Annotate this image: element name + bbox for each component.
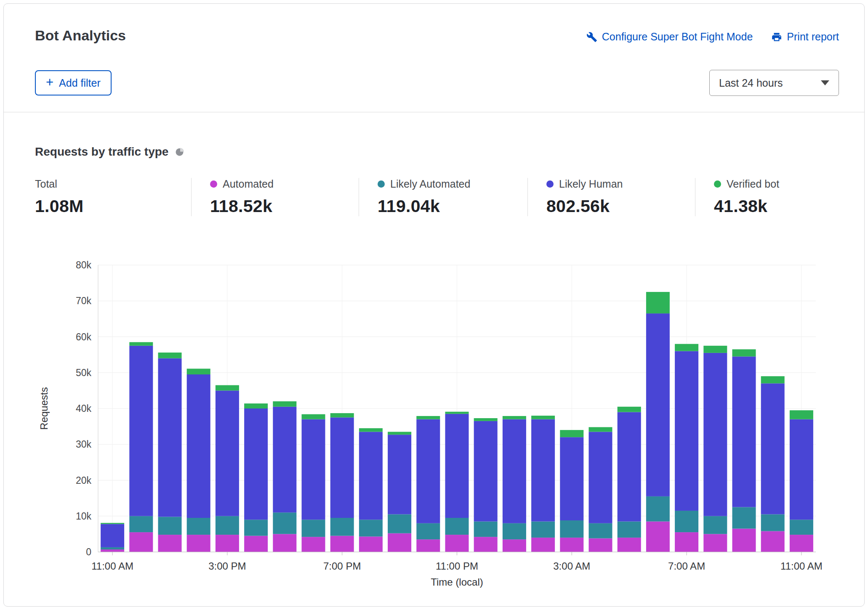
x-tick-label: 11:00 AM [780,560,823,572]
stat-automated-value: 118.52k [210,196,350,216]
configure-super-bot-fight-mode-link[interactable]: Configure Super Bot Fight Mode [586,31,753,43]
stat-automated-label: Automated [223,178,274,190]
bar-segment-automated [101,549,124,552]
bar-segment-automated [790,535,813,552]
bar-segment-automated [474,537,498,552]
print-report-link[interactable]: Print report [771,31,839,43]
x-tick-label: 7:00 PM [323,560,361,572]
stat-verified-bot: Verified bot 41.38k [695,178,788,216]
bar-segment-automated [761,531,785,552]
pie-chart-icon [175,147,185,157]
bar-segment-likely-automated [273,512,296,534]
bar-segment-likely-human [330,417,354,518]
bar-segment-likely-human [359,432,383,520]
bar-segment-verified-bot [273,401,296,407]
section-title: Requests by traffic type [35,145,168,159]
x-tick-label: 3:00 PM [208,560,246,572]
bar-segment-likely-human [703,353,727,516]
bar-segment-automated [302,537,325,552]
bar-segment-automated [646,522,670,552]
bar-segment-verified-bot [101,523,124,524]
bar-segment-likely-automated [187,518,210,535]
bar-segment-automated [359,536,383,552]
bar-segment-likely-human [101,524,124,547]
stat-verified-bot-label: Verified bot [727,178,779,190]
bar-segment-likely-human [416,419,440,523]
y-tick-label: 30k [76,439,92,450]
x-axis-title: Time (local) [431,576,483,588]
bar-segment-likely-human [503,419,526,523]
bar-segment-verified-bot [129,342,153,346]
bar-segment-likely-automated [474,522,498,537]
bar-segment-verified-bot [646,292,670,313]
x-tick-label: 3:00 AM [553,560,590,572]
bar-segment-verified-bot [531,416,555,419]
bar-segment-verified-bot [790,410,813,419]
time-range-select[interactable]: Last 24 hours [709,70,839,96]
bar-segment-likely-automated [790,520,813,535]
bar-segment-likely-human [732,356,756,507]
printer-icon [771,32,782,42]
bar-segment-automated [703,534,727,552]
bar-segment-automated [129,532,153,552]
y-tick-label: 10k [76,511,92,522]
bar-segment-likely-human [589,432,612,523]
x-tick-label: 7:00 AM [668,560,705,572]
stat-likely-human-value: 802.56k [546,196,687,216]
bar-segment-verified-bot [445,412,469,414]
bar-segment-likely-automated [618,522,641,538]
x-tick-label: 11:00 AM [91,560,133,572]
bar-segment-likely-automated [732,507,756,528]
bar-segment-automated [273,534,296,552]
y-tick-label: 50k [76,367,92,378]
stat-likely-automated-label: Likely Automated [390,178,470,190]
bar-segment-likely-automated [646,496,670,522]
bar-segment-verified-bot [675,344,698,351]
page-title: Bot Analytics [35,27,126,44]
bar-segment-likely-automated [330,518,354,536]
add-filter-label: Add filter [59,77,101,89]
bar-segment-automated [416,539,440,552]
bar-segment-verified-bot [302,414,325,419]
bar-segment-likely-automated [158,517,182,535]
bar-segment-automated [216,535,239,552]
add-filter-button[interactable]: + Add filter [35,70,112,95]
verified-bot-legend-dot [714,180,721,188]
bar-segment-likely-automated [445,518,469,535]
bar-segment-likely-automated [560,520,583,538]
bar-segment-verified-bot [244,403,268,408]
bar-segment-likely-automated [216,516,239,535]
bar-segment-automated [732,529,756,552]
stat-likely-automated: Likely Automated 119.04k [359,178,527,216]
bar-segment-verified-bot [216,385,239,391]
bar-segment-verified-bot [732,349,756,356]
stat-total: Total 1.08M [35,178,191,216]
card-header: Bot Analytics Configure Super Bot Fight … [4,4,864,96]
bar-segment-likely-human [216,390,239,516]
bar-segment-automated [675,532,698,552]
bar-segment-verified-bot [416,416,440,419]
bar-segment-automated [618,538,641,552]
bar-segment-likely-automated [589,523,612,538]
bar-segment-verified-bot [761,376,785,383]
bar-segment-likely-automated [359,520,383,536]
bar-segment-likely-human [445,414,469,518]
bar-segment-verified-bot [187,369,210,374]
bar-segment-likely-human [388,435,411,514]
stat-total-value: 1.08M [35,196,183,216]
bar-segment-verified-bot [703,346,727,353]
bar-segment-automated [531,538,555,552]
bar-segment-verified-bot [589,427,612,432]
bar-segment-verified-bot [359,428,383,432]
stat-likely-human: Likely Human 802.56k [527,178,695,216]
bar-segment-verified-bot [330,413,354,417]
y-tick-label: 70k [76,295,92,306]
bar-segment-likely-human [790,419,813,520]
stat-likely-human-label: Likely Human [559,178,623,190]
bar-segment-likely-human [302,419,325,520]
y-tick-label: 0 [86,546,91,557]
bar-segment-likely-human [158,358,182,517]
bar-segment-likely-human [244,408,268,520]
wrench-icon [586,32,597,42]
bar-segment-verified-bot [474,418,498,421]
